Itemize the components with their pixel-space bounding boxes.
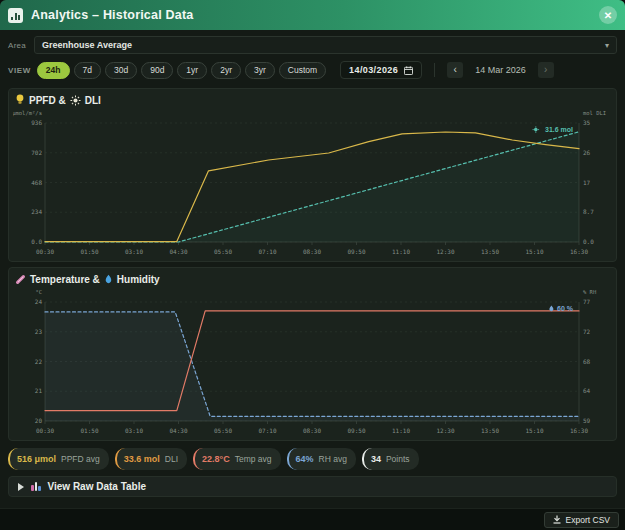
expand-triangle-icon — [18, 483, 24, 491]
svg-text:°C: °C — [35, 289, 42, 295]
stat-temp-avg: 22.8°CTemp avg — [193, 448, 280, 470]
svg-text:68: 68 — [583, 358, 591, 365]
ppfd-title: PPFD & — [29, 95, 66, 106]
svg-text:13:50: 13:50 — [481, 427, 499, 434]
view-range-90d[interactable]: 90d — [141, 62, 173, 79]
stat-value: 64% — [296, 454, 314, 464]
date-value: 14/03/2026 — [349, 65, 398, 75]
calendar-icon — [404, 66, 413, 75]
stat-points: 34Points — [362, 448, 419, 470]
window-title: Analytics – Historical Data — [31, 8, 193, 22]
svg-text:936: 936 — [31, 119, 42, 126]
svg-text:20: 20 — [35, 417, 43, 424]
area-select[interactable]: Greenhouse Average ▾ — [34, 36, 617, 54]
area-label: Area — [8, 41, 26, 50]
footer-bar: Export CSV — [0, 508, 625, 530]
svg-text:07:10: 07:10 — [258, 427, 276, 434]
ppfd-dli-header: PPFD & DLI — [13, 92, 612, 107]
svg-text:64: 64 — [583, 387, 591, 394]
svg-text:09:50: 09:50 — [347, 427, 365, 434]
svg-text:09:50: 09:50 — [347, 248, 365, 255]
svg-text:05:50: 05:50 — [214, 427, 232, 434]
svg-text:23: 23 — [35, 328, 43, 335]
svg-text:24: 24 — [35, 298, 43, 305]
svg-text:0.0: 0.0 — [31, 238, 42, 245]
view-label: VIEW — [8, 66, 31, 75]
svg-text:11:10: 11:10 — [392, 248, 410, 255]
svg-text:mol DLI: mol DLI — [583, 110, 606, 116]
view-controls: VIEW 24h7d30d90d1yr2yr3yrCustom 14/03/20… — [8, 60, 617, 80]
thermometer-icon — [15, 274, 26, 285]
raw-table-label: View Raw Data Table — [48, 481, 147, 492]
view-range-30d[interactable]: 30d — [105, 62, 137, 79]
next-day-button[interactable]: › — [538, 62, 554, 78]
svg-text:31.6 mol: 31.6 mol — [545, 126, 573, 133]
humidity-title: Humidity — [117, 274, 160, 285]
svg-text:00:30: 00:30 — [36, 248, 54, 255]
ppfd-dli-chart: 9363570226468172348.70.00.0μmol/m²/smol … — [13, 107, 612, 259]
area-row: Area Greenhouse Average ▾ — [8, 36, 617, 54]
svg-text:07:10: 07:10 — [258, 248, 276, 255]
svg-text:15:10: 15:10 — [525, 427, 543, 434]
view-range-custom[interactable]: Custom — [279, 62, 326, 79]
svg-text:μmol/m²/s: μmol/m²/s — [13, 110, 42, 117]
stat-label: DLI — [165, 454, 178, 464]
svg-text:04:30: 04:30 — [169, 427, 187, 434]
svg-text:21: 21 — [35, 387, 43, 394]
svg-text:17: 17 — [583, 179, 591, 186]
stat-value: 516 μmol — [17, 454, 56, 464]
stat-value: 34 — [371, 454, 381, 464]
svg-text:8.7: 8.7 — [583, 208, 594, 215]
divider — [434, 63, 435, 77]
table-chart-icon — [31, 482, 41, 491]
svg-text:03:10: 03:10 — [125, 248, 143, 255]
view-range-7d[interactable]: 7d — [74, 62, 101, 79]
export-csv-button[interactable]: Export CSV — [544, 512, 619, 528]
svg-text:11:10: 11:10 — [392, 427, 410, 434]
svg-text:702: 702 — [31, 149, 42, 156]
svg-text:12:30: 12:30 — [436, 248, 454, 255]
stat-ppfd-avg: 516 μmolPPFD avg — [8, 448, 109, 470]
svg-text:01:50: 01:50 — [80, 248, 98, 255]
close-icon[interactable]: ✕ — [599, 6, 617, 24]
svg-text:15:10: 15:10 — [525, 248, 543, 255]
modal-content: Area Greenhouse Average ▾ VIEW 24h7d30d9… — [0, 30, 625, 508]
svg-text:% RH: % RH — [583, 289, 596, 295]
view-raw-data-toggle[interactable]: View Raw Data Table — [8, 476, 617, 497]
svg-text:22: 22 — [35, 358, 43, 365]
nav-date-label: 14 Mar 2026 — [475, 65, 526, 75]
sun-icon — [70, 95, 81, 106]
view-range-2yr[interactable]: 2yr — [211, 62, 241, 79]
svg-text:16:30: 16:30 — [570, 427, 588, 434]
title-bar: Analytics – Historical Data ✕ — [0, 0, 625, 30]
svg-text:60 %: 60 % — [557, 305, 574, 312]
temperature-title: Temperature & — [30, 274, 100, 285]
view-range-1yr[interactable]: 1yr — [177, 62, 207, 79]
svg-text:04:30: 04:30 — [169, 248, 187, 255]
download-icon — [553, 515, 561, 524]
svg-text:05:50: 05:50 — [214, 248, 232, 255]
area-selected-value: Greenhouse Average — [42, 40, 132, 50]
prev-day-button[interactable]: ‹ — [447, 62, 463, 78]
svg-text:59: 59 — [583, 417, 591, 424]
stat-rh-avg: 64%RH avg — [287, 448, 356, 470]
export-csv-label: Export CSV — [566, 515, 610, 525]
stat-dli: 33.6 molDLI — [115, 448, 187, 470]
stat-value: 22.8°C — [202, 454, 230, 464]
stats-row: 516 μmolPPFD avg33.6 molDLI22.8°CTemp av… — [8, 448, 617, 470]
svg-text:03:10: 03:10 — [125, 427, 143, 434]
dli-title: DLI — [85, 95, 101, 106]
svg-text:08:30: 08:30 — [303, 248, 321, 255]
svg-text:16:30: 16:30 — [570, 248, 588, 255]
date-picker-input[interactable]: 14/03/2026 — [340, 61, 422, 79]
stat-label: Temp avg — [235, 454, 272, 464]
droplet-icon — [104, 274, 113, 285]
svg-text:72: 72 — [583, 328, 591, 335]
svg-text:26: 26 — [583, 149, 591, 156]
svg-text:35: 35 — [583, 119, 591, 126]
temp-humidity-chart: 24772372226821642059°C% RH00:3001:5003:1… — [13, 286, 612, 438]
view-range-24h[interactable]: 24h — [37, 62, 70, 79]
stat-label: PPFD avg — [61, 454, 100, 464]
view-range-group: 24h7d30d90d1yr2yr3yrCustom — [37, 62, 326, 79]
view-range-3yr[interactable]: 3yr — [245, 62, 275, 79]
